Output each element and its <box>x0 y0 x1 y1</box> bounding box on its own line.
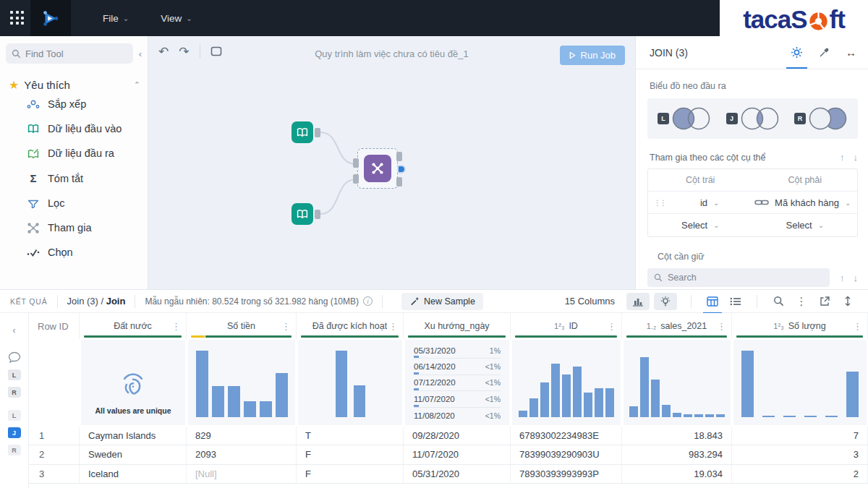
output-anchor-J[interactable]: J <box>8 427 21 438</box>
output-port[interactable] <box>315 210 320 219</box>
column-histogram-4[interactable] <box>512 340 621 425</box>
resize-panel-button[interactable] <box>836 293 859 310</box>
chevron-down-icon: ⌄ <box>713 221 719 229</box>
table-cell: T <box>297 427 404 445</box>
input-node-2[interactable] <box>292 203 313 225</box>
list-icon <box>730 297 741 306</box>
table-cell: Cayman Islands <box>80 427 187 445</box>
list-view-button[interactable] <box>724 293 747 310</box>
column-header-1[interactable]: Số tiền⋮ <box>187 313 297 339</box>
sidebar-item-join[interactable]: Tham gia <box>0 215 148 240</box>
column-date-summary[interactable]: 05/31/20201%06/14/2020<1%07/12/2020<1%11… <box>405 340 509 425</box>
columns-count[interactable]: 15 Columns <box>565 296 615 307</box>
grid-view-button[interactable] <box>701 293 724 310</box>
results-breadcrumb[interactable]: Join (3) / Join <box>67 296 126 307</box>
input-anchor-R[interactable]: R <box>8 387 21 398</box>
column-header-2[interactable]: Đã được kích hoạt⋮ <box>297 313 404 339</box>
join-output-port-top[interactable] <box>396 152 402 161</box>
table-row[interactable]: 1Cayman Islands829T09/28/202067893002234… <box>29 427 868 445</box>
sidebar-item-output[interactable]: Dữ liệu đầu ra <box>0 141 148 166</box>
venn-inner-join[interactable]: J <box>726 105 780 132</box>
join-output-indicator[interactable] <box>397 165 406 174</box>
top-value-row[interactable]: 11/07/2020<1% <box>414 391 501 407</box>
sidebar-item-sort[interactable]: Sắp xếp <box>0 92 148 116</box>
next-match-icon[interactable]: ↓ <box>854 273 859 283</box>
chat-icon[interactable] <box>8 351 21 363</box>
column-header-3[interactable]: Xu hướng_ngày <box>404 313 511 339</box>
column-histogram-1[interactable] <box>188 340 295 425</box>
open-external-button[interactable] <box>813 293 836 310</box>
column-menu-icon[interactable]: ⋮ <box>171 321 181 332</box>
sidebar-item-select[interactable]: Chọn <box>0 240 148 265</box>
sidebar-item-summarize[interactable]: ΣTóm tắt <box>0 166 148 191</box>
search-results-button[interactable] <box>767 293 790 310</box>
top-value-row[interactable]: 06/14/2020<1% <box>414 359 501 374</box>
table-row[interactable]: 3Iceland[Null]F05/31/202078930393993993P… <box>29 465 868 484</box>
top-value-row[interactable]: 05/31/20201% <box>414 343 501 359</box>
more-options-button[interactable]: ⋮ <box>790 293 813 310</box>
column-menu-icon[interactable]: ⋮ <box>388 321 398 332</box>
app-grid-menu-icon[interactable] <box>10 11 25 25</box>
table-row[interactable]: 2Sweden2093F11/07/202078399039290903U983… <box>29 445 868 464</box>
collapse-strip-icon[interactable]: ‹ <box>12 325 15 335</box>
output-anchor-L[interactable]: L <box>8 410 21 421</box>
table-cell: 7 <box>732 427 868 445</box>
table-cell: 2 <box>732 465 868 483</box>
join-output-port-bottom[interactable] <box>396 177 402 187</box>
column-histogram-6[interactable] <box>733 340 867 425</box>
left-select-dropdown[interactable]: Select ⌄ <box>648 220 753 231</box>
app-logo[interactable] <box>30 0 71 36</box>
input-anchor-L[interactable]: L <box>8 369 21 380</box>
top-value-row[interactable]: 07/12/2020<1% <box>414 375 501 391</box>
column-header-5[interactable]: 1.₂sales_2021⋮ <box>622 313 732 339</box>
unique-values-text: All values are unique <box>95 406 171 415</box>
column-menu-icon[interactable]: ⋮ <box>281 321 291 332</box>
table-cell: 983.294 <box>622 445 732 463</box>
app-window: File ⌄ View ⌄ tacaS ft <box>0 0 868 488</box>
column-menu-icon[interactable]: ⋮ <box>717 321 726 332</box>
column-header-4[interactable]: 1²₃ID⋮ <box>511 313 622 339</box>
annotate-tab[interactable] <box>819 47 830 58</box>
settings-tab[interactable] <box>791 46 803 59</box>
keep-columns-search-input[interactable]: Search <box>647 268 830 287</box>
workflow-canvas[interactable]: ↶ ↷ Quy trình làm việc chưa có tiêu đề_1… <box>148 36 635 289</box>
menu-view[interactable]: View ⌄ <box>161 13 192 24</box>
sidebar-item-input[interactable]: Dữ liệu đầu vào <box>0 116 148 141</box>
quality-bar <box>191 335 292 338</box>
left-key-dropdown[interactable]: id ⌄ <box>665 197 754 208</box>
sidebar-collapse-icon[interactable]: ‹ <box>139 48 142 59</box>
join-node[interactable] <box>364 155 391 182</box>
drag-handle-icon[interactable]: ⋮⋮ <box>654 199 665 207</box>
prev-match-icon[interactable]: ↑ <box>840 273 845 283</box>
histogram-view-button[interactable] <box>626 293 650 310</box>
find-tool-input[interactable]: Find Tool <box>6 43 133 64</box>
move-up-icon[interactable]: ↑ <box>840 152 845 163</box>
suggestions-button[interactable] <box>654 293 677 310</box>
input-node-1[interactable] <box>292 121 313 143</box>
venn-left-join[interactable]: L <box>658 105 711 132</box>
menu-file[interactable]: File ⌄ <box>103 13 129 24</box>
column-menu-icon[interactable]: ⋮ <box>853 321 862 332</box>
find-tool-placeholder: Find Tool <box>25 48 64 59</box>
venn-right-join[interactable]: R <box>794 105 848 132</box>
right-key-dropdown[interactable]: Mã khách hàng ⌄ <box>769 197 858 208</box>
column-unique-summary[interactable]: All values are unique <box>81 340 185 425</box>
new-sample-button[interactable]: New Sample <box>401 293 483 310</box>
sidebar-item-filter[interactable]: Lọc <box>0 191 148 215</box>
row-id-header: Row ID <box>29 313 80 339</box>
top-value-row[interactable]: 11/08/2020<1% <box>414 408 501 424</box>
expand-panel-icon[interactable]: ↔ <box>846 46 856 59</box>
favorites-header[interactable]: ★ Yêu thích ⌃ <box>9 78 140 92</box>
column-histogram-5[interactable] <box>624 340 731 425</box>
output-port[interactable] <box>315 128 320 137</box>
right-select-dropdown[interactable]: Select ⌄ <box>753 220 858 231</box>
output-anchor-R[interactable]: R <box>8 445 21 455</box>
column-header-6[interactable]: 1²₃Số lượng⋮ <box>732 313 868 339</box>
info-icon[interactable]: i <box>363 296 373 306</box>
column-histogram-2[interactable] <box>298 340 402 425</box>
join-input-port-top[interactable] <box>353 158 359 168</box>
join-input-port-bottom[interactable] <box>353 174 359 184</box>
column-header-0[interactable]: Đất nước⋮ <box>80 313 187 339</box>
column-menu-icon[interactable]: ⋮ <box>607 321 616 332</box>
move-down-icon[interactable]: ↓ <box>854 152 859 163</box>
